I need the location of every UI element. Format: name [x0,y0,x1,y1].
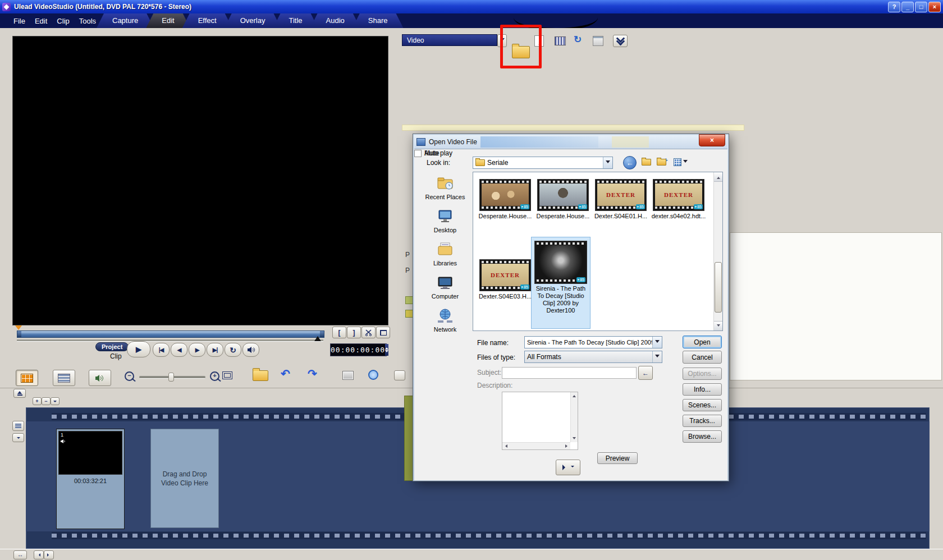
open-button[interactable]: Open [683,336,722,348]
record-capture-icon[interactable] [555,36,566,45]
menu-clip[interactable]: Clip [57,17,69,25]
next-frame-button[interactable]: ▶ [189,343,205,357]
expand-gallery-button[interactable] [613,35,628,47]
timeline-view-button[interactable] [53,370,75,386]
tab-audio[interactable]: Audio [310,13,360,28]
timeline-clip[interactable]: 1 00:03:32:21 [56,429,125,529]
checkbox-box[interactable] [414,150,422,157]
place-libraries[interactable]: Libraries [420,241,470,267]
mute-checkbox[interactable]: Mute [414,149,440,157]
hide-panel-button[interactable] [13,389,26,398]
zoom-in-icon[interactable]: + [210,371,219,381]
insert-media-folder-icon[interactable] [253,370,268,381]
file-item[interactable]: DEXTER ▸85 dexter.s04e02.hdt... [651,179,706,219]
file-name-combobox[interactable]: Sirenia - The Path To Decay [Studio Clip… [524,336,662,348]
scrollbar-thumb[interactable] [715,262,722,313]
subject-field[interactable] [502,367,637,379]
track-manager-button[interactable] [12,421,24,431]
tab-overlay[interactable]: Overlay [225,13,281,28]
go-to-end-button[interactable]: ▶| [207,343,223,357]
files-of-type-combobox[interactable]: All Formats [524,351,662,363]
mark-in-button[interactable]: [ [332,327,346,338]
minimize-button[interactable]: _ [901,2,914,12]
zoom-out-icon[interactable]: − [125,371,134,381]
tracks-button[interactable]: Tracks... [683,415,722,427]
storyboard-view-button[interactable] [16,370,38,386]
file-list-scrollbar[interactable] [713,172,722,331]
insert-subject-button[interactable]: ← [638,366,653,380]
file-item[interactable]: ▸85 Desperate.House... [478,179,533,219]
place-network[interactable]: Network [420,307,470,333]
maximize-button[interactable]: □ [915,2,927,12]
enlarge-preview-button[interactable] [376,327,390,338]
help-button[interactable]: ? [888,2,900,12]
jog-bar[interactable] [17,339,323,342]
zoom-slider-thumb[interactable] [168,373,174,382]
browse-button[interactable]: Browse... [683,430,722,443]
zoom-in-track-button[interactable]: + [33,397,42,405]
tab-share[interactable]: Share [353,13,404,28]
trim-bar[interactable] [17,331,324,338]
files-of-type-dropdown-arrow[interactable] [652,351,662,362]
file-name-dropdown-arrow[interactable] [652,337,662,348]
jog-slider-thumb[interactable] [314,336,321,341]
track-options-caret[interactable] [51,397,59,405]
new-folder-button[interactable]: + [656,157,669,168]
redo-icon[interactable]: ↷ [308,368,317,379]
options-button[interactable]: Options... [683,368,722,380]
file-list[interactable]: ▸85 Desperate.House... ▸85 Desperate.Hou… [473,172,723,331]
up-one-level-button[interactable]: ↑ [640,157,653,168]
info-button[interactable]: Info... [683,383,722,396]
preview-play-button[interactable] [556,460,580,475]
file-item-selected[interactable]: ▸85 Sirenia - The Path To Decay [Studio … [531,237,590,329]
scroll-left-button[interactable] [34,550,44,559]
file-item[interactable]: DEXTER ▸85 Dexter.S04E03.H... [478,259,533,300]
scroll-right-button[interactable] [44,550,54,559]
timecode-spinner[interactable] [385,344,388,356]
batch-convert-icon[interactable] [342,371,354,380]
look-in-combobox[interactable]: Seriale [473,157,613,169]
preview-button[interactable]: Preview [597,452,638,464]
file-item[interactable]: ▸85 Desperate.House... [535,179,590,219]
description-vertical-scrollbar[interactable] [570,392,578,442]
scroll-down-button[interactable] [714,321,722,331]
options-panel-icon[interactable] [593,36,603,46]
place-computer[interactable]: Computer [420,274,470,300]
tab-capture[interactable]: Capture [97,13,154,28]
gallery-selector[interactable]: Video [402,34,497,46]
undo-icon[interactable]: ↶ [281,368,290,379]
previous-frame-button[interactable]: ◀ [171,343,187,357]
cancel-button[interactable]: Cancel [683,351,722,364]
mark-out-button[interactable]: ] [347,327,361,338]
description-field[interactable] [502,392,578,450]
repeat-button[interactable]: ↻ [225,343,241,357]
place-recent-places[interactable]: Recent Places [420,175,470,200]
back-button[interactable]: ← [623,156,637,169]
tab-effect[interactable]: Effect [182,13,232,28]
zoom-out-track-button[interactable]: − [42,397,51,405]
scenes-button[interactable]: Scenes... [683,399,722,411]
fit-project-icon[interactable] [222,371,232,379]
dialog-close-button[interactable]: × [699,134,725,146]
place-desktop[interactable]: Desktop [420,208,470,233]
close-button[interactable]: × [928,2,941,12]
toolbar-extra-icon[interactable] [394,370,405,380]
scroll-up-button[interactable] [714,172,722,182]
play-button[interactable]: ▶ [127,341,150,357]
menu-tools[interactable]: Tools [79,17,96,25]
project-mode-toggle[interactable]: Project [95,342,129,351]
system-volume-button[interactable] [242,343,259,357]
clip-mode-toggle[interactable]: Clip [110,352,122,360]
description-horizontal-scrollbar[interactable] [502,442,570,449]
drop-zone-placeholder[interactable]: Drag and Drop Video Clip Here [150,429,219,528]
menu-file[interactable]: File [13,17,25,25]
views-menu-button[interactable] [671,157,689,168]
smart-proxy-globe-icon[interactable] [368,370,378,380]
fit-timeline-button[interactable]: ↔ [13,550,27,559]
look-in-dropdown-arrow[interactable] [603,157,612,168]
go-to-start-button[interactable]: |◀ [153,343,170,357]
track-collapse-button[interactable] [12,433,24,442]
split-clip-button[interactable] [361,327,376,338]
menu-edit[interactable]: Edit [35,17,47,25]
file-item[interactable]: DEXTER ▸85 Dexter.S04E01.H... [593,179,648,219]
